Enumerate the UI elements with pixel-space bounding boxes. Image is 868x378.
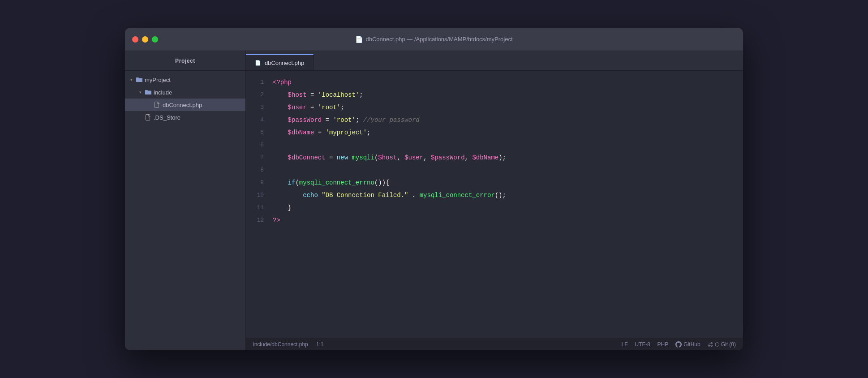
code-line: $dbName = 'myproject';: [273, 126, 743, 139]
code-line: [273, 139, 743, 151]
svg-rect-1: [146, 115, 150, 120]
code-editor[interactable]: 1 2 3 4 5 6 7 8 9 10 11 12 <?php $host =…: [246, 71, 743, 338]
spacer: [146, 102, 152, 107]
line-num-6: 6: [246, 139, 264, 151]
maximize-button[interactable]: [152, 36, 158, 43]
folder-icon: [145, 89, 152, 96]
close-button[interactable]: [132, 36, 138, 43]
status-git[interactable]: ⬡ Git (0): [708, 341, 736, 348]
line-num-8: 8: [246, 164, 264, 176]
sidebar-item-label: include: [154, 89, 172, 96]
sidebar: Project ▾ myProject ▾: [125, 51, 246, 350]
line-num-2: 2: [246, 89, 264, 101]
git-count: Git (0): [721, 341, 736, 348]
code-line: <?php: [273, 76, 743, 89]
line-num-11: 11: [246, 202, 264, 214]
code-line: if(mysqli_connect_errno()){: [273, 176, 743, 189]
titlebar-title: 📄 dbConnect.php — /Applications/MAMP/htd…: [355, 36, 512, 43]
line-num-10: 10: [246, 189, 264, 202]
status-filepath[interactable]: include/dbConnect.php: [253, 341, 308, 348]
status-language[interactable]: PHP: [657, 341, 669, 348]
file-icon: [145, 114, 152, 121]
window: 📄 dbConnect.php — /Applications/MAMP/htd…: [125, 28, 743, 350]
line-num-1: 1: [246, 76, 264, 89]
main-area: Project ▾ myProject ▾: [125, 51, 743, 350]
status-line-ending[interactable]: LF: [622, 341, 628, 348]
line-num-9: 9: [246, 176, 264, 189]
code-line: $dbConnect = new mysqli($host, $user, $p…: [273, 151, 743, 164]
traffic-lights: [132, 36, 158, 43]
line-num-5: 5: [246, 126, 264, 139]
sidebar-item-label: myProject: [145, 77, 171, 83]
sidebar-item-include[interactable]: ▾ include: [125, 86, 245, 99]
status-github[interactable]: GitHub: [675, 341, 700, 348]
file-icon: 📄: [355, 36, 363, 43]
status-left: include/dbConnect.php 1:1: [253, 341, 323, 348]
code-line: ?>: [273, 214, 743, 227]
status-cursor: [310, 341, 314, 348]
svg-point-4: [711, 345, 712, 346]
file-icon: [154, 101, 161, 108]
editor-area: 📄 dbConnect.php 1 2 3 4 5 6 7 8 9 10 11: [246, 51, 743, 350]
svg-point-3: [708, 345, 709, 346]
sidebar-item-label: .DS_Store: [154, 114, 180, 121]
svg-point-2: [711, 342, 712, 344]
title-text: dbConnect.php — /Applications/MAMP/htdoc…: [365, 36, 512, 43]
folder-icon: [136, 76, 143, 83]
sidebar-item-dsstore[interactable]: .DS_Store: [125, 111, 245, 124]
line-num-7: 7: [246, 151, 264, 164]
github-label: GitHub: [683, 341, 700, 348]
minimize-button[interactable]: [142, 36, 148, 43]
line-num-4: 4: [246, 114, 264, 126]
tab-dbconnect[interactable]: 📄 dbConnect.php: [246, 54, 314, 70]
line-numbers: 1 2 3 4 5 6 7 8 9 10 11 12: [246, 71, 269, 338]
status-right: LF UTF-8 PHP GitHub: [622, 341, 736, 348]
sidebar-item-dbconnect[interactable]: dbConnect.php: [125, 99, 245, 111]
chevron-down-icon: ▾: [129, 77, 134, 82]
line-num-12: 12: [246, 214, 264, 227]
code-line: $passWord = 'root'; //your password: [273, 114, 743, 126]
tab-file-icon: 📄: [255, 60, 261, 66]
svg-rect-0: [155, 102, 159, 108]
status-bar: include/dbConnect.php 1:1 LF UTF-8 PHP G…: [246, 338, 743, 350]
git-label: ⬡: [715, 341, 719, 348]
line-num-3: 3: [246, 101, 264, 114]
code-line: $user = 'root';: [273, 101, 743, 114]
code-content[interactable]: <?php $host = 'localhost'; $user = 'root…: [269, 71, 743, 338]
spacer: [138, 115, 143, 120]
sidebar-item-myproject[interactable]: ▾ myProject: [125, 73, 245, 86]
tab-bar: 📄 dbConnect.php: [246, 51, 743, 71]
chevron-down-icon: ▾: [138, 90, 143, 95]
sidebar-item-label: dbConnect.php: [163, 102, 202, 108]
status-cursor-pos[interactable]: 1:1: [316, 341, 324, 348]
sidebar-title: Project: [175, 58, 195, 64]
code-line: echo "DB Connection Failed." . mysqli_co…: [273, 189, 743, 202]
tab-label: dbConnect.php: [265, 60, 304, 66]
sidebar-tree: ▾ myProject ▾ in: [125, 71, 245, 350]
code-line: }: [273, 202, 743, 214]
code-line: $host = 'localhost';: [273, 89, 743, 101]
sidebar-header: Project: [125, 51, 245, 71]
titlebar: 📄 dbConnect.php — /Applications/MAMP/htd…: [125, 28, 743, 51]
code-line: [273, 164, 743, 176]
status-encoding[interactable]: UTF-8: [635, 341, 650, 348]
